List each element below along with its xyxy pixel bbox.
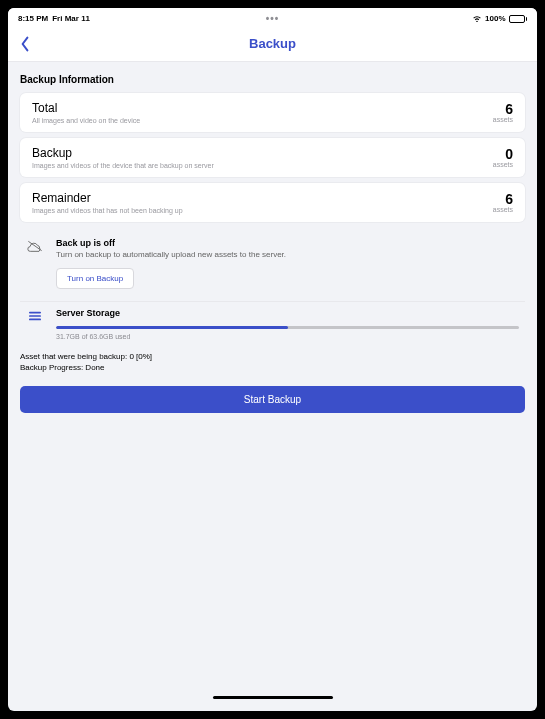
card-backup: Backup Images and videos of the device t…: [20, 138, 525, 177]
card-total-count: 6: [493, 102, 513, 116]
battery-icon: [509, 15, 528, 23]
card-backup-unit: assets: [493, 161, 513, 168]
notice-text: Turn on backup to automatically upload n…: [56, 250, 519, 259]
card-total-sub: All images and video on the device: [32, 117, 493, 124]
wifi-icon: [472, 14, 482, 24]
card-total: Total All images and video on the device…: [20, 93, 525, 132]
status-bar: 8:15 PM Fri Mar 11 ••• 100%: [8, 8, 537, 26]
page-title: Backup: [249, 36, 296, 51]
storage-progress: [56, 326, 519, 329]
server-storage-icon: [26, 310, 44, 322]
storage-label: 31.7GB of 63.6GB used: [56, 333, 519, 340]
storage-section: Server Storage 31.7GB of 63.6GB used: [20, 301, 525, 350]
card-remainder-sub: Images and videos that has not been back…: [32, 207, 493, 214]
card-total-heading: Total: [32, 101, 493, 115]
turn-on-backup-button[interactable]: Turn on Backup: [56, 268, 134, 289]
start-backup-button[interactable]: Start Backup: [20, 386, 525, 413]
card-backup-sub: Images and videos of the device that are…: [32, 162, 493, 169]
backup-off-notice: Back up is off Turn on backup to automat…: [20, 228, 525, 301]
card-backup-count: 0: [493, 147, 513, 161]
home-indicator[interactable]: [213, 696, 333, 699]
notice-title: Back up is off: [56, 238, 519, 248]
status-date: Fri Mar 11: [52, 14, 90, 23]
card-remainder: Remainder Images and videos that has not…: [20, 183, 525, 222]
status-time: 8:15 PM: [18, 14, 48, 23]
card-remainder-count: 6: [493, 192, 513, 206]
storage-title: Server Storage: [56, 308, 519, 318]
nav-bar: Backup: [8, 26, 537, 62]
asset-backup-info: Asset that were being backup: 0 [0%]: [20, 352, 525, 361]
multitask-dots-icon: •••: [266, 13, 280, 24]
storage-progress-fill: [56, 326, 288, 329]
battery-percent: 100%: [485, 14, 505, 23]
card-total-unit: assets: [493, 116, 513, 123]
card-backup-heading: Backup: [32, 146, 493, 160]
back-button[interactable]: [18, 36, 32, 52]
card-remainder-heading: Remainder: [32, 191, 493, 205]
card-remainder-unit: assets: [493, 206, 513, 213]
cloud-off-icon: [26, 240, 44, 252]
section-title: Backup Information: [20, 74, 525, 85]
backup-progress-info: Backup Progress: Done: [20, 363, 525, 372]
